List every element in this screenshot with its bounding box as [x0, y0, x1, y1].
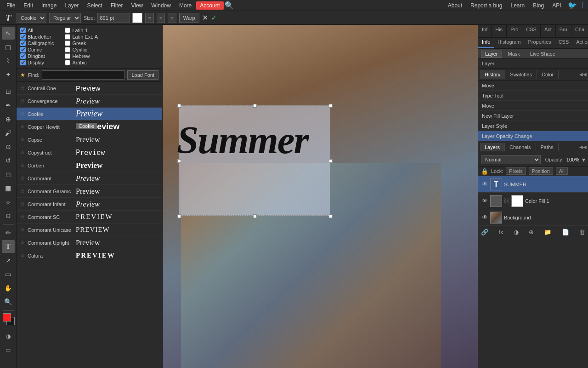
new-group-btn[interactable]: 📁 [544, 229, 551, 236]
rtab-inf[interactable]: Inf [478, 25, 492, 37]
menu-select[interactable]: Select [83, 1, 106, 10]
lasso-tool[interactable]: ⌇ [2, 54, 15, 67]
align-right-button[interactable]: ≡ [168, 13, 176, 23]
rtab-css[interactable]: CSS [522, 25, 541, 37]
layer-summer[interactable]: 👁 T SUMMER [478, 176, 588, 193]
font-style-select[interactable]: Regular [49, 13, 81, 23]
foreground-color-swatch[interactable] [3, 313, 11, 322]
filter-comic[interactable]: Comic [20, 47, 54, 52]
filter-comic-checkbox[interactable] [20, 47, 26, 52]
star-cookie[interactable]: ☆ [20, 111, 26, 117]
filter-greek[interactable]: Greek [65, 40, 98, 46]
font-row-cormorant[interactable]: ☆ Cormorant Preview [17, 172, 162, 185]
ltab-channels[interactable]: Channels [505, 143, 536, 151]
rtab-cha[interactable]: Cha [571, 25, 588, 37]
filter-all-checkbox[interactable] [20, 28, 26, 33]
transform-handle-lm[interactable] [177, 159, 181, 163]
quick-mask-btn[interactable]: ◑ [2, 330, 15, 343]
transform-handle-bl[interactable] [177, 214, 181, 218]
confirm-transform-button[interactable]: ✓ [211, 13, 217, 22]
star-cooperhewitt[interactable]: ☆ [20, 124, 26, 130]
eye-icon-background[interactable]: 👁 [481, 214, 488, 221]
filter-display[interactable]: Display [20, 60, 54, 65]
text-selection-box[interactable]: Summer [179, 105, 330, 216]
history-layeropacity[interactable]: Layer Opacity Change [478, 131, 588, 141]
transform-handle-tr[interactable] [329, 104, 333, 108]
font-row-cooperhewitt[interactable]: ☆ Cooper Hewitt Cookie eview [17, 121, 162, 133]
tab-actions[interactable]: Actions [572, 38, 588, 48]
ltab-layers[interactable]: Layers [480, 143, 505, 151]
ctx-mask[interactable]: Mask [504, 50, 524, 58]
gradient-tool[interactable]: ▦ [2, 182, 15, 195]
screen-mode-btn[interactable]: ▭ [2, 344, 15, 356]
type-tool[interactable]: T [2, 240, 15, 253]
rtab-his[interactable]: His [492, 25, 507, 37]
rtab-pro[interactable]: Pro [507, 25, 522, 37]
menu-view[interactable]: View [127, 1, 147, 10]
tab-css[interactable]: CSS [555, 38, 573, 48]
report-bug-link[interactable]: Report a bug [467, 1, 506, 10]
transform-handle-br[interactable] [329, 214, 333, 218]
lock-all[interactable]: All [556, 167, 568, 175]
brush-tool[interactable]: 🖌 [2, 126, 15, 139]
rtab-act[interactable]: Act [541, 25, 556, 37]
warp-button[interactable]: Warp [179, 13, 199, 23]
healing-tool[interactable]: ⊕ [2, 113, 15, 126]
eyedropper-tool[interactable]: ✒ [2, 99, 15, 112]
history-typetool[interactable]: Type Tool [478, 91, 588, 101]
history-move1[interactable]: Move [478, 80, 588, 91]
clone-tool[interactable]: ⊙ [2, 140, 15, 153]
filter-cyrillic[interactable]: Cyrillic [65, 47, 98, 52]
menu-window[interactable]: Window [147, 1, 175, 10]
filter-cyrillic-checkbox[interactable] [65, 47, 70, 52]
history-layerstyle[interactable]: Layer Style [478, 121, 588, 131]
font-row-copystruct[interactable]: ☆ Copystruct Preview [17, 146, 162, 159]
filter-calligraphic-checkbox[interactable] [20, 40, 26, 46]
align-center-button[interactable]: ≡ [157, 13, 165, 23]
star-cormorantinfant[interactable]: ☆ [20, 201, 26, 207]
filter-blackletter-checkbox[interactable] [20, 34, 26, 40]
facebook-icon[interactable]: f [580, 1, 585, 10]
menu-layer[interactable]: Layer [61, 1, 82, 10]
new-adjustment-btn[interactable]: ⊕ [529, 229, 534, 236]
filter-arabic-checkbox[interactable] [65, 60, 70, 65]
text-color-swatch[interactable] [132, 13, 142, 23]
filter-latin1[interactable]: Latin-1 [65, 28, 98, 33]
font-row-corben[interactable]: ☆ Corben Preview [17, 159, 162, 172]
transform-handle-rm[interactable] [329, 159, 333, 163]
font-row-cormorantupright[interactable]: ☆ Cormorant Upright Preview [17, 236, 162, 249]
history-move2[interactable]: Move [478, 101, 588, 111]
panel-collapse-arrow[interactable]: ◀◀ [580, 71, 586, 78]
cancel-transform-button[interactable]: ✕ [202, 13, 208, 22]
font-row-cormorantunicase[interactable]: ☆ Cormorant Unicase PREVIEW [17, 224, 162, 236]
blur-tool[interactable]: ○ [2, 196, 15, 208]
eye-icon-colorfill1[interactable]: 👁 [481, 197, 488, 204]
star-cormorant[interactable]: ☆ [20, 175, 26, 181]
learn-link[interactable]: Learn [507, 1, 528, 10]
delete-layer-btn[interactable]: 🗑 [579, 229, 585, 236]
filter-arabic[interactable]: Arabic [65, 60, 98, 65]
star-contrailone[interactable]: ☆ [20, 85, 26, 91]
transform-handle-bm[interactable] [253, 214, 257, 218]
dodge-tool[interactable]: ⊖ [2, 209, 15, 222]
crop-tool[interactable]: ⊡ [2, 85, 15, 98]
layer-background[interactable]: 👁 Background [478, 209, 588, 226]
layer-colorfill1[interactable]: 👁 ⛓ Color Fill 1 [478, 193, 588, 209]
ltab-paths[interactable]: Paths [536, 143, 559, 151]
filter-greek-checkbox[interactable] [65, 40, 70, 46]
font-row-contrailone[interactable]: ☆ Contrail One Preview [17, 82, 162, 95]
new-layer-btn[interactable]: 📄 [562, 229, 569, 236]
menu-filter[interactable]: Filter [107, 1, 127, 10]
load-font-button[interactable]: Load Font [127, 70, 158, 80]
filter-latin-ext-a[interactable]: Latin Ext. A [65, 34, 98, 40]
font-row-convergence[interactable]: ☆ Convergence Preview [17, 95, 162, 108]
ptab-color[interactable]: Color [537, 70, 559, 79]
filter-latin-ext-a-checkbox[interactable] [65, 34, 70, 40]
filter-display-checkbox[interactable] [20, 60, 26, 65]
star-copystruct[interactable]: ☆ [20, 150, 26, 155]
eraser-tool[interactable]: ◻ [2, 168, 15, 181]
move-tool[interactable]: ↖ [2, 27, 15, 40]
menu-more[interactable]: More [175, 1, 195, 10]
font-row-catura[interactable]: ☆ Catura PREVIEW [17, 249, 162, 262]
blend-mode-select[interactable]: Normal Multiply Screen [481, 155, 541, 164]
